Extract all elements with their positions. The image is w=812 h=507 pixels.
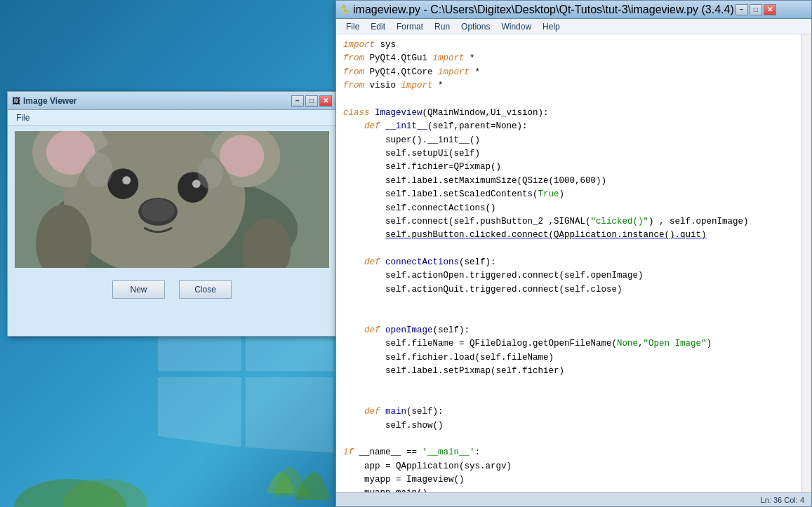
image-viewer-menu-file[interactable]: File	[12, 113, 34, 123]
desktop: 🖼 Image Viewer − □ ✕ File	[0, 0, 812, 507]
code-line: if __name__ == '__main__':	[343, 446, 804, 459]
desktop-decoration	[0, 367, 337, 507]
image-viewer-minimize-button[interactable]: −	[291, 95, 304, 107]
code-editor-title: imageview.py - C:\Users\Digitex\Desktop\…	[353, 4, 734, 16]
new-button[interactable]: New	[112, 280, 165, 299]
image-viewer-window: 🖼 Image Viewer − □ ✕ File	[7, 91, 337, 337]
code-line	[343, 433, 804, 446]
image-viewer-menubar: File	[8, 110, 336, 126]
koala-image-display	[15, 131, 329, 268]
menu-options[interactable]: Options	[455, 22, 495, 32]
image-viewer-titlebar: 🖼 Image Viewer − □ ✕	[8, 92, 336, 110]
svg-point-17	[198, 158, 223, 189]
code-line	[343, 311, 804, 324]
code-editor-window: 🐍 imageview.py - C:\Users\Digitex\Deskto…	[335, 0, 812, 507]
code-editor-maximize-button[interactable]: □	[750, 4, 762, 15]
svg-point-15	[141, 199, 175, 222]
code-scroll[interactable]	[801, 34, 811, 492]
image-viewer-close-button[interactable]: ✕	[319, 95, 332, 107]
code-line: app = QApplication(sys.argv)	[343, 460, 804, 473]
code-line: self.actionQuit.triggered.connect(self.c…	[343, 283, 804, 297]
code-line	[343, 243, 804, 256]
menu-edit[interactable]: Edit	[365, 22, 391, 32]
menu-file[interactable]: File	[340, 22, 365, 32]
code-line	[343, 378, 804, 391]
code-line: from PyQt4.QtGui import *	[343, 52, 804, 65]
status-bar: Ln: 36 Col: 4	[336, 492, 811, 506]
code-line: myapp = Imageview()	[343, 473, 804, 487]
code-line: self.fichier=QPixmap()	[343, 161, 804, 174]
code-line: self.fileName = QFileDialog.getOpenFileN…	[343, 337, 804, 351]
code-line: def openImage(self):	[343, 324, 804, 337]
code-line: self.connect(self.pushButton_2 ,SIGNAL("…	[343, 215, 804, 229]
image-viewer-title-icon: 🖼	[12, 96, 20, 106]
code-line: self.pushButton.clicked.connect(QApplica…	[343, 229, 804, 242]
svg-point-16	[85, 152, 113, 187]
code-line: import sys	[343, 39, 804, 52]
code-line: self.setupUi(self)	[343, 147, 804, 161]
code-line	[343, 392, 804, 405]
code-content-area[interactable]: import sys from PyQt4.QtGui import * fro…	[336, 34, 811, 492]
code-editor-titlebar: 🐍 imageview.py - C:\Users\Digitex\Deskto…	[336, 1, 811, 19]
svg-point-12	[122, 176, 131, 184]
code-editor-title-icon: 🐍	[340, 5, 350, 14]
menu-run[interactable]: Run	[429, 22, 455, 32]
cursor-position: Ln: 36 Col: 4	[761, 496, 804, 504]
code-line: self.fichier.load(self.fileName)	[343, 351, 804, 365]
code-line: self.label.setMaximumSize(QSize(1000,600…	[343, 175, 804, 188]
code-line: from PyQt4.QtCore import *	[343, 66, 804, 79]
code-line: def main(self):	[343, 405, 804, 419]
code-editor-menubar: File Edit Format Run Options Window Help	[336, 19, 811, 34]
code-line: myapp.main()	[343, 487, 804, 492]
code-line: def __init__(self,parent=None):	[343, 120, 804, 133]
code-line	[343, 297, 804, 310]
code-line: self.show()	[343, 419, 804, 433]
close-dialog-button[interactable]: Close	[179, 280, 232, 299]
code-line: from visio import *	[343, 79, 804, 93]
svg-point-13	[192, 180, 201, 188]
code-line: class Imageview(QMainWindow,Ui_vision):	[343, 107, 804, 120]
image-viewer-maximize-button[interactable]: □	[305, 95, 318, 107]
code-line: def connectActions(self):	[343, 256, 804, 269]
code-line: self.actionOpen.triggered.connect(self.o…	[343, 269, 804, 283]
code-editor-close-button[interactable]: ✕	[764, 4, 776, 15]
menu-help[interactable]: Help	[537, 22, 566, 32]
koala-image	[15, 131, 329, 268]
menu-format[interactable]: Format	[391, 22, 429, 32]
code-line: self.connectActions()	[343, 202, 804, 215]
code-editor-minimize-button[interactable]: −	[736, 4, 748, 15]
code-line	[343, 93, 804, 107]
code-line: super().__init__()	[343, 134, 804, 147]
image-viewer-title: Image Viewer	[23, 96, 290, 106]
code-line: self.label.setScaledContents(True)	[343, 188, 804, 201]
menu-window[interactable]: Window	[495, 22, 537, 32]
code-line: self.label.setPixmap(self.fichier)	[343, 365, 804, 378]
image-viewer-buttons: New Close	[8, 273, 336, 306]
